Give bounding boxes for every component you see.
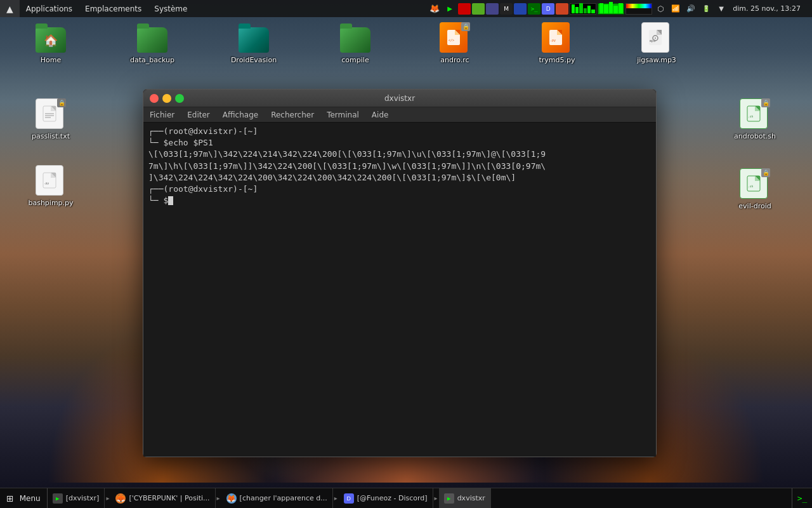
tray-sound-icon[interactable]: 🔊 xyxy=(684,2,698,16)
evil-droid-file-icon: .sh 🔒 xyxy=(740,168,770,199)
droidevasion-label: DroidEvasion xyxy=(229,55,278,65)
tray-network-icon[interactable]: 📶 xyxy=(669,2,683,16)
tray-app7-icon[interactable] xyxy=(556,3,568,15)
menubar-tray: 🦊 ▶ M >_ D xyxy=(428,0,812,17)
terminal-content[interactable]: ┌──(root@dxvistxr)-[~] └─ $echo $PS1 \[\… xyxy=(143,123,656,457)
taskbar-discord-icon: D xyxy=(344,493,354,504)
taskbar-item-dxvistxr[interactable]: ▶ [dxvistxr] xyxy=(48,488,105,509)
taskbar-terminal-button[interactable]: >_ xyxy=(792,488,812,509)
terminal-line-4: 7m\]\h\[\033[1;97m\]]\342\224\200[\[\033… xyxy=(148,161,651,172)
taskbar-item-firefox-changer[interactable]: 🦊 [changer l'apparence d... xyxy=(221,488,333,509)
tray-visualizer2 xyxy=(598,3,624,15)
terminal-title-buttons xyxy=(150,94,184,103)
home-folder-icon: 🏠 xyxy=(36,22,66,53)
menubar-logo: ▲ xyxy=(0,0,20,17)
tray-app5-icon[interactable] xyxy=(514,3,527,15)
tray-chevron-icon[interactable]: ▼ xyxy=(714,2,728,16)
tray-visualizer xyxy=(570,3,596,15)
terminal-title: dxvistxr xyxy=(384,94,415,103)
rc-file-svg: </> xyxy=(445,29,462,46)
tray-app3-icon[interactable] xyxy=(486,3,499,15)
data-backup-folder-icon xyxy=(137,22,167,53)
desktop: ▲ Applications Emplacements Système 🦊 ▶ … xyxy=(0,0,812,508)
taskbar-menu-button[interactable]: ⊞ Menu xyxy=(0,488,48,509)
tray-app4-icon[interactable]: M xyxy=(500,3,513,15)
menubar-systeme[interactable]: Système xyxy=(148,0,193,17)
taskbar-dxvistxr2-icon: ▶ xyxy=(444,493,454,504)
trymd5-label: trymd5.py xyxy=(537,55,577,65)
tray-app6-icon[interactable]: >_ xyxy=(528,3,540,15)
tray-battery-icon[interactable]: 🔋 xyxy=(699,2,713,16)
taskbar-item-dxvistxr2[interactable]: ▶ dxvistxr xyxy=(439,488,491,509)
terminal-titlebar: dxvistxr xyxy=(143,90,656,107)
terminal-line-5: ]\342\224\224\342\224\200\342\224\200\34… xyxy=(148,172,651,184)
desktop-icon-compile[interactable]: compile xyxy=(330,22,381,65)
tray-discord-icon[interactable]: D xyxy=(542,3,554,15)
tray-app2-icon[interactable] xyxy=(472,3,485,15)
lock-badge-evil-droid: 🔒 xyxy=(761,168,770,177)
lock-badge-andro-rc: 🔒 xyxy=(461,22,470,31)
desktop-icon-data-backup[interactable]: data_backup xyxy=(127,22,178,65)
terminal-minimize-button[interactable] xyxy=(162,94,171,103)
taskbar-dxvistxr2-label: dxvistxr xyxy=(457,494,485,502)
taskbar-grid-icon: ⊞ xyxy=(6,493,14,504)
menubar-emplacements[interactable]: Emplacements xyxy=(79,0,148,17)
terminal-line-7: └─ $ xyxy=(148,195,651,206)
terminal-close-button[interactable] xyxy=(150,94,159,103)
terminal-menu-affichage[interactable]: Affichage xyxy=(216,107,265,123)
txt-file-svg xyxy=(41,105,58,123)
desktop-icon-passlist-txt[interactable]: 🔒 passlist.txt xyxy=(25,98,76,141)
terminal-maximize-button[interactable] xyxy=(175,94,184,103)
terminal-menu-fichier[interactable]: Fichier xyxy=(143,107,181,123)
cursor xyxy=(168,196,173,205)
passlist-file-icon: 🔒 xyxy=(36,98,66,129)
tray-firefox-icon[interactable]: 🦊 xyxy=(428,2,442,16)
taskbar-firefox-changer-label: [changer l'apparence d... xyxy=(240,494,327,502)
tray-terminal-icon[interactable]: ▶ xyxy=(443,2,457,16)
terminal-line-2: └─ $echo $PS1 xyxy=(148,137,651,149)
androbot-svg: .sh xyxy=(745,105,763,123)
bashpimp-svg: .py xyxy=(41,171,58,189)
mp3-file-svg: mp3 xyxy=(646,29,664,46)
terminal-menu-editer[interactable]: Editer xyxy=(181,107,216,123)
taskbar-sep2: ▸ xyxy=(216,495,221,502)
taskbar-discord-label: [@Funeoz - Discord] xyxy=(357,494,428,502)
tray-bluetooth-icon[interactable]: ⬡ xyxy=(653,2,667,16)
taskbar-item-firefox-cyberpunk[interactable]: 🦊 ['CYBERPUNK' | Positi... xyxy=(110,488,215,509)
tray-app1-icon[interactable] xyxy=(458,3,471,15)
menubar-applications[interactable]: Applications xyxy=(20,0,79,17)
taskbar-terminal-icon: >_ xyxy=(797,493,808,503)
lock-badge-androbot: 🔒 xyxy=(761,98,770,107)
compile-label: compile xyxy=(339,55,370,65)
androbot-label: androbot.sh xyxy=(732,131,778,141)
tray-datetime: dim. 25 nov., 13:27 xyxy=(730,0,807,17)
svg-text:.py: .py xyxy=(550,38,556,43)
svg-text:</>: </> xyxy=(449,38,454,42)
taskbar-firefox-cyberpunk-label: ['CYBERPUNK' | Positi... xyxy=(129,494,209,502)
terminal-menu-aide[interactable]: Aide xyxy=(365,107,395,123)
desktop-icon-evil-droid[interactable]: .sh 🔒 evil-droid xyxy=(730,168,780,211)
desktop-icon-andro-rc[interactable]: </> 🔒 andro.rc xyxy=(429,22,480,65)
desktop-icon-bashpimp-py[interactable]: .py bashpimp.py xyxy=(25,165,76,208)
desktop-icon-home[interactable]: 🏠 Home xyxy=(25,22,76,65)
taskbar-sep3: ▸ xyxy=(333,495,339,502)
desktop-icon-jigsaw-mp3[interactable]: mp3 jigsaw.mp3 xyxy=(631,22,682,65)
taskbar-sep1: ▸ xyxy=(105,495,110,502)
terminal-line-1: ┌──(root@dxvistxr)-[~] xyxy=(148,126,651,137)
tray-spectrum xyxy=(625,3,652,15)
evil-droid-svg: .sh xyxy=(745,175,763,192)
desktop-icon-droidevasion[interactable]: DroidEvasion xyxy=(228,22,279,65)
lock-badge-passlist: 🔒 xyxy=(57,98,66,107)
terminal-menu-rechercher[interactable]: Rechercher xyxy=(265,107,320,123)
taskbar-sep4: ▸ xyxy=(433,495,439,502)
data-backup-label: data_backup xyxy=(128,55,176,65)
compile-folder-icon xyxy=(340,22,370,53)
bashpimp-label: bashpimp.py xyxy=(26,198,75,208)
terminal-menu-terminal[interactable]: Terminal xyxy=(320,107,365,123)
desktop-icon-trymd5-py[interactable]: .py trymd5.py xyxy=(532,22,582,65)
desktop-icon-androbot-sh[interactable]: .sh 🔒 androbot.sh xyxy=(730,98,780,141)
terminal-line-6: ┌──(root@dxvistxr)-[~] xyxy=(148,184,651,195)
taskbar-item-discord[interactable]: D [@Funeoz - Discord] xyxy=(339,488,433,509)
svg-point-13 xyxy=(655,37,656,39)
py-file-svg: .py xyxy=(547,29,565,46)
